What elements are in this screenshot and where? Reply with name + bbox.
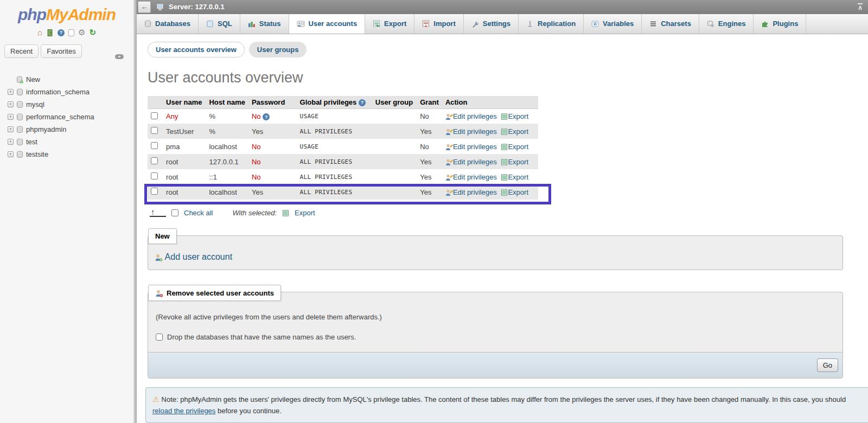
edit-privileges-link[interactable]: Edit privileges	[453, 188, 497, 196]
tree-item-new[interactable]: New	[8, 73, 133, 86]
check-all-label[interactable]: Check all	[184, 209, 213, 217]
row-checkbox[interactable]	[151, 127, 158, 134]
new-legend: New	[148, 228, 177, 244]
edit-privileges-link[interactable]: Edit privileges	[453, 127, 497, 136]
tree-item-testsite[interactable]: + testsite	[8, 148, 133, 161]
tree-item-performance-schema[interactable]: + performance_schema	[8, 111, 133, 123]
tree-item-label[interactable]: performance_schema	[26, 113, 94, 121]
server-breadcrumb-bar: ← Server: 127.0.0.1 ∧	[137, 0, 868, 14]
export-row-link[interactable]: Export	[508, 188, 528, 196]
tab-export[interactable]: Export	[365, 14, 414, 34]
tree-item-label[interactable]: testsite	[26, 150, 48, 158]
tab-settings[interactable]: Settings	[464, 14, 519, 34]
wrench-icon	[471, 20, 479, 28]
refresh-icon[interactable]: ↻	[89, 28, 96, 37]
tab-engines[interactable]: Engines	[699, 14, 754, 34]
tree-item-test[interactable]: + test	[8, 136, 133, 148]
gear-icon[interactable]: ⚙	[78, 28, 85, 37]
expand-icon[interactable]: +	[8, 101, 14, 107]
export-row-link[interactable]: Export	[508, 158, 528, 166]
col-global-privileges[interactable]: Global privileges ?	[297, 96, 372, 109]
edit-privileges-link[interactable]: Edit privileges	[453, 112, 497, 120]
edit-privileges-icon	[445, 173, 453, 181]
tab-favorites[interactable]: Favorites	[41, 44, 81, 58]
drop-databases-row: Drop the databases that have the same na…	[156, 333, 843, 341]
subtab-user-accounts-overview[interactable]: User accounts overview	[148, 42, 245, 57]
documentation-icon[interactable]	[68, 29, 74, 36]
col-password[interactable]: Password	[248, 96, 297, 109]
expand-icon[interactable]: +	[8, 151, 14, 157]
server-icon	[157, 3, 165, 11]
scroll-top-icon[interactable]: ∧	[858, 3, 863, 10]
privileges-note: ⚠Note: phpMyAdmin gets the users' privil…	[145, 387, 868, 423]
sql-icon	[206, 20, 214, 28]
expand-icon[interactable]: +	[8, 126, 14, 132]
tree-item-label[interactable]: New	[26, 75, 40, 84]
sidebar-toolbar: ⌂ ? ⚙ ↻	[0, 27, 133, 38]
subtab-user-groups[interactable]: User groups	[249, 42, 307, 57]
expand-icon[interactable]: +	[8, 89, 14, 95]
tab-replication[interactable]: Replication	[519, 14, 584, 34]
tab-sql[interactable]: SQL	[199, 14, 240, 34]
col-user-group[interactable]: User group	[372, 96, 417, 109]
col-host-name[interactable]: Host name	[206, 96, 248, 109]
row-checkbox[interactable]	[151, 188, 158, 195]
tree-item-label[interactable]: information_schema	[26, 88, 90, 96]
page-title: User accounts overview	[148, 69, 868, 86]
add-user-account-link[interactable]: Add user account	[165, 252, 233, 261]
edit-privileges-icon	[445, 158, 453, 166]
tab-recent[interactable]: Recent	[4, 44, 39, 58]
tab-plugins[interactable]: Plugins	[754, 14, 806, 34]
reload-privileges-link[interactable]: reload the privileges	[152, 407, 215, 415]
col-grant[interactable]: Grant	[417, 96, 442, 109]
tab-variables[interactable]: Variables	[584, 14, 642, 34]
export-selected-link[interactable]: Export	[295, 209, 315, 217]
logout-icon[interactable]	[46, 28, 54, 37]
breadcrumb-server[interactable]: Server: 127.0.0.1	[169, 3, 225, 11]
drop-databases-label[interactable]: Drop the databases that have the same na…	[167, 333, 356, 341]
edit-privileges-icon	[445, 127, 453, 136]
sub-tabs: User accounts overview User groups	[148, 42, 868, 57]
row-checkbox[interactable]	[151, 142, 158, 149]
collapse-sidebar-button[interactable]: ←	[138, 1, 151, 13]
help-icon[interactable]: ?	[263, 113, 270, 120]
home-icon[interactable]: ⌂	[37, 28, 42, 37]
tab-user-accounts[interactable]: User accounts	[289, 14, 366, 34]
row-checkbox[interactable]	[151, 157, 158, 164]
tree-item-information-schema[interactable]: + information_schema	[8, 86, 133, 98]
export-row-link[interactable]: Export	[508, 112, 528, 120]
export-row-link[interactable]: Export	[508, 127, 528, 136]
check-all-checkbox[interactable]	[171, 209, 178, 216]
add-user-icon	[155, 252, 163, 261]
remove-users-fieldset: Remove selected user accounts (Revoke al…	[148, 292, 843, 379]
row-checkbox[interactable]	[151, 172, 158, 180]
expand-icon[interactable]: +	[8, 139, 14, 145]
tab-status[interactable]: Status	[240, 14, 289, 34]
col-user-name[interactable]: User name	[163, 96, 206, 109]
with-selected-label: With selected:	[232, 209, 277, 217]
tree-item-label[interactable]: phpmyadmin	[26, 125, 66, 133]
help-icon[interactable]: ?	[359, 99, 366, 106]
edit-privileges-link[interactable]: Edit privileges	[453, 158, 497, 166]
export-icon	[501, 143, 508, 151]
edit-privileges-link[interactable]: Edit privileges	[453, 143, 497, 151]
tab-databases[interactable]: Databases	[137, 14, 199, 34]
row-checkbox[interactable]	[151, 112, 158, 119]
export-row-link[interactable]: Export	[508, 173, 528, 181]
tree-item-mysql[interactable]: + mysql	[8, 98, 133, 111]
user-accounts-table-wrap: User name Host name Password Global priv…	[148, 96, 538, 200]
help-icon[interactable]: ?	[58, 29, 65, 36]
tree-item-label[interactable]: mysql	[26, 100, 44, 108]
tab-charsets[interactable]: Charsets	[642, 14, 699, 34]
table-row: Any % No ? USAGE No Edit privileges Expo…	[148, 108, 538, 124]
expand-icon[interactable]: +	[8, 114, 14, 120]
sidebar-resize-handle[interactable]: ◂▸	[115, 54, 124, 59]
tab-import[interactable]: Import	[414, 14, 463, 34]
edit-privileges-link[interactable]: Edit privileges	[453, 173, 497, 181]
drop-databases-checkbox[interactable]	[156, 334, 163, 341]
phpmyadmin-logo: phpMyAdmin	[0, 5, 133, 24]
export-row-link[interactable]: Export	[508, 143, 528, 151]
tree-item-phpmyadmin[interactable]: + phpmyadmin	[8, 123, 133, 136]
tree-item-label[interactable]: test	[26, 138, 37, 146]
go-button[interactable]: Go	[817, 358, 838, 372]
